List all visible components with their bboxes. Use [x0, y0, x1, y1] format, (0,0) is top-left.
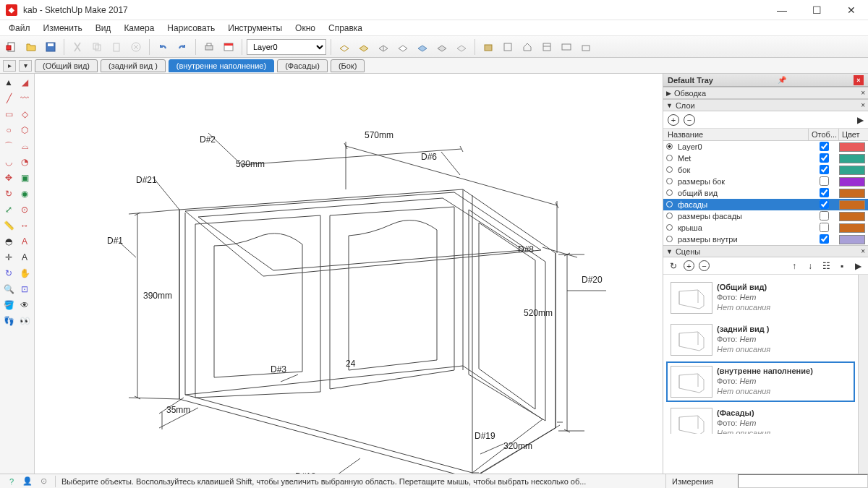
layer-current-radio[interactable]	[666, 142, 676, 151]
col-visible-header[interactable]: Отоб...	[809, 129, 839, 140]
protractor-tool[interactable]: ◓	[1, 234, 16, 249]
undo-button[interactable]	[154, 38, 171, 56]
select-tool[interactable]: ▲	[1, 75, 16, 90]
geolocation-icon[interactable]: 👤	[22, 476, 33, 487]
template-button[interactable]	[538, 38, 556, 56]
3pt-arc-tool[interactable]: ◡	[1, 155, 16, 169]
shaded-button[interactable]	[414, 38, 431, 56]
wireframe-button[interactable]	[375, 38, 392, 56]
scene-tab-facades[interactable]: (Фасады)	[277, 59, 328, 72]
layer-row[interactable]: фасады	[663, 199, 868, 210]
scene-menu-button[interactable]: ▶	[852, 260, 864, 272]
scene-item[interactable]: (Фасады)Фото: НетНет описания	[666, 403, 855, 434]
layer-row[interactable]: размеры бок	[663, 176, 868, 187]
layer-current-radio[interactable]	[666, 200, 676, 209]
layer-color-swatch[interactable]	[839, 177, 868, 187]
arc-tool[interactable]: ⌒	[1, 139, 16, 153]
layer-visible-checkbox[interactable]	[809, 165, 839, 176]
3dtext-tool[interactable]: A	[17, 250, 32, 265]
scene-tab-options-button[interactable]: ▾	[19, 60, 32, 72]
layer-color-swatch[interactable]	[839, 200, 868, 210]
layer-color-swatch[interactable]	[839, 154, 868, 163]
back-edges-button[interactable]	[355, 38, 373, 56]
layer-dropdown[interactable]: Layer0	[247, 39, 326, 55]
cut-button[interactable]	[69, 38, 86, 56]
rotated-rect-tool[interactable]: ◇	[17, 107, 32, 121]
menu-tools[interactable]: Инструменты	[222, 22, 288, 35]
layer-row[interactable]: бок	[663, 164, 868, 176]
panel-close-icon[interactable]: ×	[861, 89, 865, 97]
tape-tool[interactable]: 📏	[1, 218, 16, 233]
outliner-button[interactable]	[499, 38, 516, 56]
maximize-button[interactable]: ☐	[806, 4, 827, 16]
xray-button[interactable]	[336, 38, 353, 56]
layer-color-swatch[interactable]	[839, 142, 868, 152]
zoom-window-tool[interactable]: ⊡	[17, 282, 32, 296]
layer-color-swatch[interactable]	[839, 212, 868, 221]
eraser-tool[interactable]: ◢	[17, 75, 32, 90]
close-button[interactable]: ✕	[841, 4, 862, 16]
2pt-arc-tool[interactable]: ⌓	[17, 139, 32, 153]
layer-row[interactable]: крыша	[663, 222, 868, 234]
layer-current-radio[interactable]	[666, 166, 676, 174]
layer-visible-checkbox[interactable]	[809, 153, 839, 164]
layer-row[interactable]: общий вид	[663, 187, 868, 199]
print-button[interactable]	[200, 38, 218, 56]
delete-layer-button[interactable]: −	[684, 114, 695, 126]
credits-button[interactable]	[558, 38, 575, 56]
warehouse-button[interactable]	[577, 38, 595, 56]
col-color-header[interactable]: Цвет	[839, 129, 868, 140]
layer-visible-checkbox[interactable]	[809, 234, 839, 245]
pan-tool[interactable]: ✋	[17, 266, 32, 281]
orbit-tool[interactable]: ↻	[1, 266, 16, 281]
axes-tool[interactable]: ✛	[1, 250, 16, 265]
panel-scenes-header[interactable]: ▼ Сцены ×	[663, 245, 868, 257]
layer-color-swatch[interactable]	[839, 189, 868, 198]
layer-visible-checkbox[interactable]	[809, 188, 839, 199]
layer-color-swatch[interactable]	[839, 166, 868, 175]
hidden-line-button[interactable]	[394, 38, 412, 56]
scene-item[interactable]: (задний вид )Фото: НетНет описания	[666, 320, 855, 360]
scale-tool[interactable]: ⤢	[1, 202, 16, 217]
add-layer-button[interactable]: +	[668, 114, 679, 126]
menu-camera[interactable]: Камера	[118, 22, 160, 35]
panel-close-icon[interactable]: ×	[861, 247, 865, 255]
tray-close-button[interactable]: ×	[854, 75, 864, 85]
layer-current-radio[interactable]	[666, 154, 676, 163]
scene-add-button[interactable]: +	[684, 260, 694, 271]
scene-move-up-button[interactable]: ↑	[788, 260, 800, 272]
rectangle-tool[interactable]: ▭	[1, 107, 16, 121]
scene-tab-back-view[interactable]: (задний вид )	[101, 59, 166, 72]
menu-view[interactable]: Вид	[90, 22, 117, 35]
measurements-input[interactable]	[738, 474, 868, 488]
layer-row[interactable]: Layer0	[663, 141, 868, 153]
followme-tool[interactable]: ◉	[17, 187, 32, 201]
layer-row[interactable]: размеры фасады	[663, 210, 868, 222]
layer-visible-checkbox[interactable]	[809, 142, 839, 153]
tray-pin-icon[interactable]: 📌	[778, 76, 786, 84]
layer-row[interactable]: размеры внутри	[663, 234, 868, 245]
text-tool[interactable]: A	[17, 234, 32, 249]
panel-stroke-header[interactable]: ▶ Обводка ×	[663, 87, 868, 99]
scene-move-down-button[interactable]: ↓	[804, 260, 816, 272]
circle-tool[interactable]: ○	[1, 123, 16, 137]
layer-visible-checkbox[interactable]	[809, 200, 839, 210]
layer-current-radio[interactable]	[666, 223, 676, 232]
line-tool[interactable]: ╱	[1, 91, 16, 106]
pie-tool[interactable]: ◔	[17, 155, 32, 169]
menu-edit[interactable]: Изменить	[38, 22, 88, 35]
layer-current-radio[interactable]	[666, 189, 676, 197]
look-around-tool[interactable]: 👀	[17, 314, 32, 328]
panel-close-icon[interactable]: ×	[861, 101, 865, 109]
scene-item[interactable]: (Общий вид)Фото: НетНет описания	[666, 278, 855, 318]
shaded-textures-button[interactable]	[433, 38, 451, 56]
dimension-tool[interactable]: ↔	[17, 218, 32, 233]
scene-update-button[interactable]: ↻	[668, 260, 679, 272]
panel-layers-header[interactable]: ▼ Слои ×	[663, 99, 868, 111]
scenes-scrollbar[interactable]	[858, 275, 868, 474]
component-button[interactable]	[480, 38, 497, 56]
minimize-button[interactable]: —	[771, 4, 793, 16]
menu-help[interactable]: Справка	[323, 22, 368, 35]
layer-visible-checkbox[interactable]	[809, 211, 839, 222]
layer-current-radio[interactable]	[666, 177, 676, 186]
